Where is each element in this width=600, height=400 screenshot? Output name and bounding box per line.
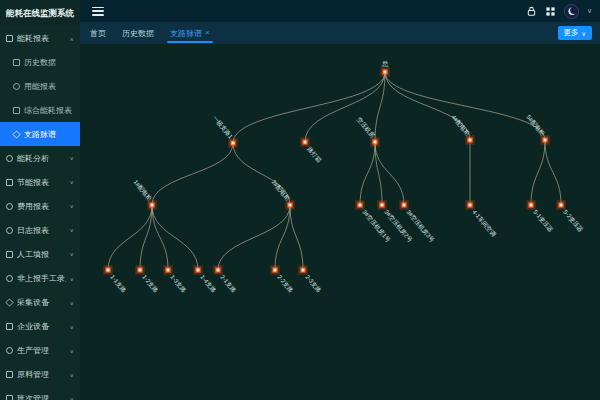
lock-icon[interactable] [526,6,537,17]
chevron-down-icon: ∨ [70,227,74,233]
main-column: ∨ 首页历史数据支路脉谱× 更多 ∨ 总一级支路1路灯箱空压机房4#配电柜5#配… [80,0,600,400]
app-title: 能耗在线监测系统 [0,0,80,26]
tree-node[interactable] [138,268,142,272]
material-icon [6,371,13,378]
sidebar-item[interactable]: 能耗分析∨ [0,146,80,170]
history-data-icon [13,59,20,66]
close-icon[interactable]: × [205,29,210,37]
tree-edge [152,143,233,205]
sidebar-item-label: 生产管理 [17,345,66,356]
tree-edge [290,205,303,270]
tab[interactable]: 首页 [88,22,108,44]
chevron-down-icon: ∨ [70,299,74,305]
tree-node[interactable] [529,203,533,207]
sidebar-item[interactable]: 历史数据 [0,50,80,74]
sidebar-item-label: 班次管理 [17,393,66,400]
tree-node[interactable] [231,141,235,145]
sidebar-item-label: 历史数据 [24,57,74,68]
tree-node[interactable] [380,203,384,207]
sidebar-item[interactable]: 企业设备∨ [0,314,80,338]
tree-node[interactable] [216,268,220,272]
tree-node[interactable] [468,138,472,142]
top-header: ∨ [80,0,600,22]
tree-node[interactable] [543,138,547,142]
more-button-label: 更多 [564,28,579,38]
tree-node[interactable] [402,203,406,207]
chevron-down-icon: ∨ [70,275,74,281]
tree-edge [108,205,152,270]
sidebar-item[interactable]: 生产管理∨ [0,338,80,362]
tabs-container: 首页历史数据支路脉谱× [88,22,212,44]
tree-edge [375,142,404,205]
tree-node-label: 1-2支路 [140,274,159,294]
chevron-down-icon: ∨ [70,323,74,329]
tree-edge [385,72,470,140]
tree-node[interactable] [559,203,563,207]
sidebar-item[interactable]: 原料管理∨ [0,362,80,386]
tree-node-label: 5-2变压器 [561,208,584,234]
user-avatar[interactable] [564,4,579,19]
sidebar-item[interactable]: 非上报手工录入∨ [0,266,80,290]
tree-node-label: 1#配电柜 [132,179,153,202]
tree-node-label: 1-1支路 [108,274,127,294]
more-button[interactable]: 更多 ∨ [558,26,592,40]
fullscreen-grid-icon[interactable] [545,6,556,17]
shift-icon [6,395,13,400]
tree-node[interactable] [301,268,305,272]
sidebar-item-label: 综合能耗报表 [24,105,74,116]
sidebar-item[interactable]: 能耗报表∧ [0,26,80,50]
tree-node[interactable] [383,70,387,74]
sidebar-item[interactable]: 人工填报∨ [0,242,80,266]
tree-edge [152,205,168,270]
tree-node[interactable] [288,203,292,207]
tree-node-label: 总 [381,60,389,67]
chevron-down-icon: ∨ [582,30,586,37]
sidebar-item[interactable]: 用能报表 [0,74,80,98]
energy-use-icon [13,83,20,90]
sidebar-item[interactable]: 采集设备∨ [0,290,80,314]
tree-node-label: 空压机房 [356,116,377,139]
tree-node-label: 5-1变压器 [531,208,554,234]
tab-label: 历史数据 [122,28,154,39]
hamburger-menu-icon[interactable] [92,7,104,16]
sidebar-item[interactable]: 费用报表∨ [0,194,80,218]
log-report-icon [6,227,13,234]
tree-node-label: 路灯箱 [305,145,323,164]
tree-node-label: 1-3支路 [168,274,187,294]
tree-edge [545,140,561,205]
tree-node-label: 1-4支路 [198,274,217,294]
sidebar-item[interactable]: 节能报表∨ [0,170,80,194]
manual-entry-icon [6,251,13,258]
tab-label: 首页 [90,28,106,39]
tree-node-label: 2#配电柜 [270,179,291,202]
tree-node[interactable] [196,268,200,272]
tree-node[interactable] [468,203,472,207]
report-icon [6,35,13,42]
branch-tree-diagram: 总一级支路1路灯箱空压机房4#配电柜5#配电柜1#配电柜2#配电柜3#空压机房1… [80,44,600,400]
branch-tree-canvas[interactable]: 总一级支路1路灯箱空压机房4#配电柜5#配电柜1#配电柜2#配电柜3#空压机房1… [80,44,600,400]
tree-node[interactable] [358,203,362,207]
tree-node[interactable] [373,140,377,144]
tree-node[interactable] [303,140,307,144]
sidebar-item[interactable]: 日志报表∨ [0,218,80,242]
tree-node[interactable] [273,268,277,272]
chevron-down-icon: ∨ [70,347,74,353]
sidebar-item-label: 费用报表 [17,201,66,212]
tab[interactable]: 历史数据 [120,22,156,44]
sidebar-item-label: 日志报表 [17,225,66,236]
sidebar-item[interactable]: 综合能耗报表 [0,98,80,122]
tree-edge [360,142,375,205]
tree-node[interactable] [150,203,154,207]
composite-report-icon [13,107,20,114]
tree-edge [218,205,290,270]
sidebar-item[interactable]: 班次管理∨ [0,386,80,400]
chevron-down-icon: ∨ [70,179,74,185]
tree-node[interactable] [106,268,110,272]
tree-node-label: 5#配电柜 [525,114,546,137]
tab[interactable]: 支路脉谱× [168,22,212,44]
sidebar-item-label: 能耗报表 [17,33,66,44]
chevron-down-icon[interactable]: ∨ [587,7,592,15]
tree-node[interactable] [166,268,170,272]
sidebar-item[interactable]: 支路脉谱 [0,122,80,146]
sidebar-item-label: 采集设备 [17,297,66,308]
